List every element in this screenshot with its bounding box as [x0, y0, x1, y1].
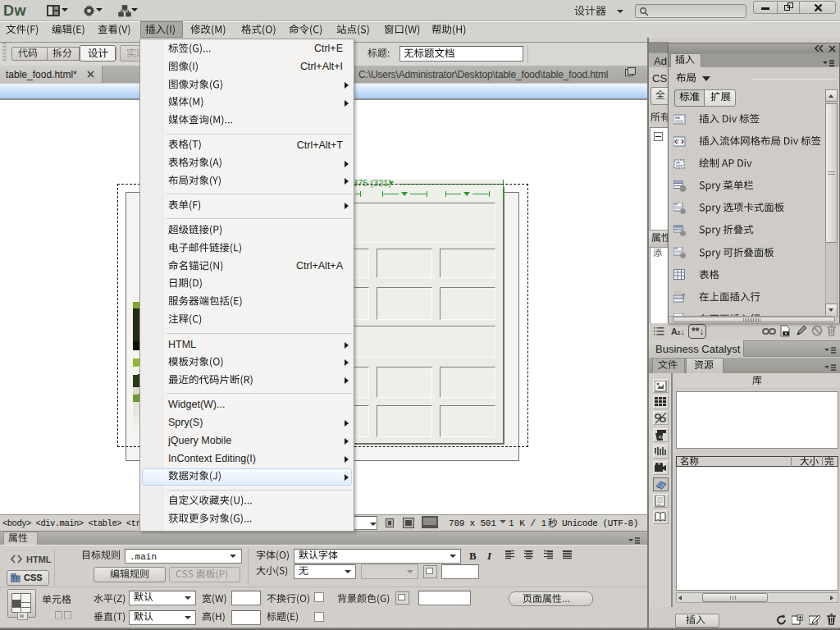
svg-text:Fl: Fl	[659, 435, 663, 440]
